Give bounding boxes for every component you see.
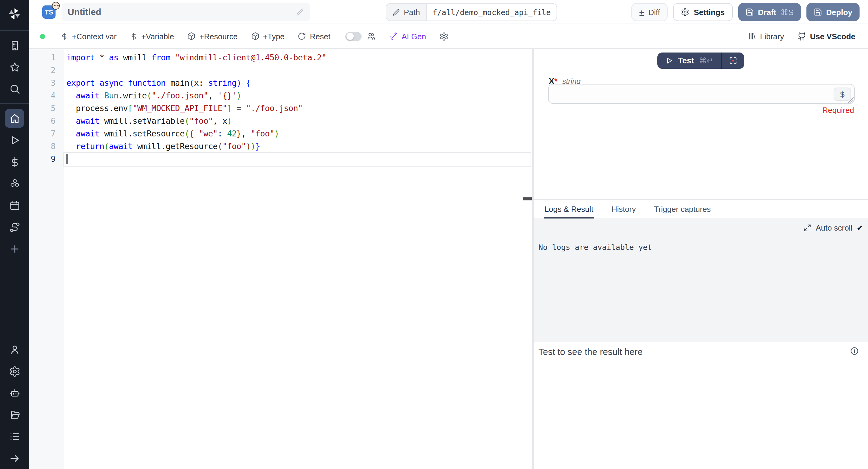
scrollbar-cursor-marker[interactable]: [523, 197, 532, 200]
add-type-button[interactable]: +Type: [244, 24, 291, 48]
use-vscode-label: Use VScode: [810, 32, 855, 41]
code-line[interactable]: 3export async function main(x: string) {: [29, 77, 532, 89]
panel-divider[interactable]: [532, 49, 533, 469]
code-text: process.env["WM_MOCKED_API_FILE"] = "./f…: [66, 102, 303, 115]
sidebar-item-ai[interactable]: [5, 383, 24, 403]
building-icon: [9, 39, 20, 51]
sidebar-divider: [0, 103, 29, 104]
dollar-icon: [9, 156, 20, 167]
gear-icon: [439, 32, 448, 41]
test-label: Test: [678, 56, 694, 65]
arrow-right-icon: [9, 452, 20, 464]
code-lines[interactable]: 1import * as wmill from "windmill-client…: [29, 51, 532, 165]
add-context-var-button[interactable]: +Context var: [54, 24, 123, 48]
code-line[interactable]: 5 process.env["WM_MOCKED_API_FILE"] = ".…: [29, 102, 532, 115]
sidebar-item-audit-logs[interactable]: [5, 427, 24, 446]
result-tabs: Logs & Result History Trigger captures: [534, 199, 868, 219]
collaborators-button[interactable]: [366, 24, 383, 48]
auto-scroll-control[interactable]: Auto scroll ✔: [804, 223, 863, 232]
sidebar-item-settings[interactable]: [5, 362, 24, 381]
code-line[interactable]: 2: [29, 64, 532, 77]
path-selector[interactable]: Path f/all/demo_mocked_api_file: [386, 3, 557, 21]
collab-toggle[interactable]: [346, 32, 362, 41]
reset-button[interactable]: Reset: [291, 24, 337, 48]
github-icon: [797, 32, 806, 41]
test-button[interactable]: Test ⌘↵: [657, 53, 721, 69]
library-button[interactable]: Library: [741, 32, 791, 41]
script-title-input[interactable]: Untitled: [62, 3, 310, 21]
tab-history[interactable]: History: [611, 200, 637, 218]
add-variable-button[interactable]: +Variable: [123, 24, 181, 48]
result-panel: Test to see the result here: [534, 342, 868, 469]
edit-path-pencil-icon: [392, 8, 400, 16]
sidebar-item-add[interactable]: [5, 239, 24, 258]
use-vscode-button[interactable]: Use VScode: [791, 32, 862, 41]
sidebar-item-home[interactable]: [5, 108, 24, 128]
line-number: 3: [29, 79, 56, 88]
plus-icon: [9, 243, 20, 254]
add-resource-button[interactable]: +Resource: [181, 24, 244, 48]
edit-title-pencil-icon[interactable]: [296, 7, 304, 16]
settings-button[interactable]: Settings: [673, 3, 733, 21]
argument-input[interactable]: $: [548, 84, 855, 104]
users-icon: [367, 31, 376, 41]
code-line[interactable]: 7 await wmill.setResource({ "we": 42}, "…: [29, 127, 532, 140]
code-line[interactable]: 8 return(await wmill.getResource("foo"))…: [29, 140, 532, 153]
play-icon: [665, 57, 673, 65]
info-icon[interactable]: [850, 346, 859, 355]
sidebar-item-variables[interactable]: [5, 152, 24, 171]
windmill-logo-icon[interactable]: [8, 7, 21, 21]
diff-button[interactable]: ± Diff: [631, 3, 668, 21]
package-icon: [187, 32, 196, 40]
code-line[interactable]: 9: [29, 153, 532, 165]
ai-gen-button[interactable]: AI Gen: [383, 24, 433, 48]
diff-label: Diff: [648, 7, 660, 17]
tab-trigger-captures[interactable]: Trigger captures: [653, 200, 711, 218]
expand-icon: [804, 224, 812, 232]
test-button-row: Test ⌘↵: [534, 53, 868, 69]
gear-icon: [9, 366, 20, 377]
capture-button[interactable]: [722, 53, 744, 69]
sidebar-expand[interactable]: [5, 448, 24, 468]
list-icon: [9, 431, 20, 442]
draft-button[interactable]: Draft ⌘S: [738, 3, 801, 21]
code-text: await wmill.setVariable("foo", x): [66, 115, 232, 127]
route-icon: [9, 221, 20, 233]
sidebar-item-schedules[interactable]: [5, 195, 24, 215]
current-line-highlight: [63, 152, 531, 166]
tab-logs-result[interactable]: Logs & Result: [544, 200, 594, 218]
path-label-section[interactable]: Path: [386, 4, 427, 21]
code-line[interactable]: 6 await wmill.setVariable("foo", x): [29, 115, 532, 127]
sidebar-item-workspace[interactable]: [5, 36, 24, 55]
sidebar-item-search[interactable]: [5, 79, 24, 98]
draft-label: Draft: [758, 7, 776, 17]
line-number: 8: [29, 142, 56, 151]
code-line[interactable]: 1import * as wmill from "windmill-client…: [29, 51, 532, 64]
deploy-label: Deploy: [826, 7, 852, 17]
sidebar-item-runs[interactable]: [5, 130, 24, 150]
no-logs-message: No logs are available yet: [538, 243, 652, 252]
resize-handle[interactable]: [848, 97, 854, 103]
language-badge-label: TS: [45, 8, 53, 15]
add-type-label: +Type: [263, 32, 285, 41]
sidebar-item-resources[interactable]: [5, 174, 24, 193]
sidebar-item-workers[interactable]: [5, 340, 24, 359]
header-buttons: ± Diff Settings Draft ⌘S Deploy: [631, 3, 860, 21]
boxes-icon: [9, 178, 20, 189]
refresh-icon: [298, 32, 306, 40]
deploy-button[interactable]: Deploy: [806, 3, 860, 21]
result-placeholder: Test to see the result here: [538, 346, 643, 357]
path-value[interactable]: f/all/demo_mocked_api_file: [427, 4, 557, 21]
run-panel: Test ⌘↵ X* string $ Required Logs & Resu…: [534, 50, 868, 469]
code-line[interactable]: 4 await Bun.write("./foo.json", '{}'): [29, 89, 532, 102]
editor-settings-button[interactable]: [433, 24, 455, 48]
checkmark-icon: ✔: [857, 223, 863, 232]
auto-scroll-label: Auto scroll: [816, 223, 852, 232]
draft-shortcut: ⌘S: [780, 7, 794, 17]
sidebar-item-folders[interactable]: [5, 405, 24, 424]
sidebar-item-favorites[interactable]: [5, 57, 24, 77]
code-editor[interactable]: 1import * as wmill from "windmill-client…: [29, 50, 532, 469]
code-text: await wmill.setResource({ "we": 42}, "fo…: [66, 127, 279, 140]
calendar-icon: [9, 199, 20, 211]
sidebar-item-triggers[interactable]: [5, 217, 24, 237]
